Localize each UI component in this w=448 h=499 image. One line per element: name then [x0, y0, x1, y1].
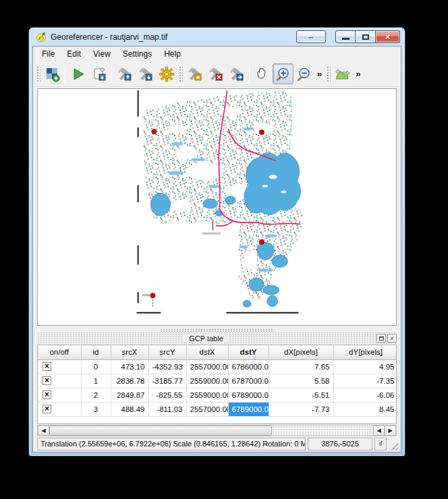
- start-georeferencing-button[interactable]: [67, 63, 88, 84]
- dock-close-icon[interactable]: ×: [387, 334, 397, 343]
- gcp-table-zone: on/offidsrcXsrcYdstXdstYdX[pixels]dY[pix…: [37, 345, 397, 424]
- dX-cell[interactable]: -7.73: [269, 402, 333, 416]
- srcX-cell[interactable]: 488.49: [111, 402, 148, 416]
- save-gcp-icon: [138, 66, 154, 82]
- map-canvas[interactable]: [37, 88, 397, 326]
- column-header-id[interactable]: id: [81, 345, 111, 359]
- dstY-cell[interactable]: 6789000.00: [228, 402, 269, 416]
- toolbar-handle[interactable]: [36, 65, 40, 83]
- gcp-row-3[interactable]: ×3488.49-811.032557000.006789000.00-7.73…: [38, 402, 397, 416]
- horizontal-scrollbar[interactable]: ◀ ◀ ▶: [37, 425, 397, 436]
- toolbar-overflow-button[interactable]: »: [353, 69, 363, 79]
- gcp-row-0[interactable]: ×0473.10-4352.932557000.006786000.007.65…: [38, 359, 397, 374]
- menu-file[interactable]: File: [36, 47, 61, 61]
- dock-float-icon[interactable]: [376, 334, 386, 343]
- load-gcp-icon: [117, 66, 133, 82]
- dstX-cell[interactable]: 2559000.00: [186, 388, 228, 402]
- dstX-cell[interactable]: 2559000.00: [186, 374, 228, 388]
- menu-help[interactable]: Help: [158, 47, 187, 61]
- window-title: Georeferencer - rautjarvi_map.tif: [51, 32, 296, 42]
- title-bar[interactable]: Georeferencer - rautjarvi_map.tif ⇔ ×: [32, 28, 401, 46]
- toolbar-handle[interactable]: [178, 65, 183, 83]
- gcp-marker[interactable]: [150, 293, 155, 298]
- toolbar-handle[interactable]: [326, 65, 331, 83]
- dstX-cell[interactable]: 2557000.00: [186, 359, 228, 374]
- add-point-button[interactable]: [184, 63, 205, 84]
- load-gcp-points-button[interactable]: [114, 63, 135, 84]
- toolbar-overflow-button[interactable]: »: [314, 69, 325, 79]
- dY-cell[interactable]: -6.06: [333, 388, 397, 402]
- onoff-cell[interactable]: ×: [38, 374, 81, 388]
- dX-cell[interactable]: 5.58: [269, 374, 333, 388]
- scrollbar-thumb[interactable]: [49, 425, 272, 436]
- gcp-row-2[interactable]: ×22849.87-825.552559000.006789000.00-5.5…: [38, 388, 397, 402]
- column-header-dXpixels[interactable]: dX[pixels]: [269, 345, 333, 359]
- resize-grip[interactable]: [389, 441, 398, 450]
- column-header-dstY[interactable]: dstY: [228, 345, 269, 359]
- column-header-dstX[interactable]: dstX: [186, 345, 228, 359]
- minimize-button[interactable]: [335, 30, 356, 43]
- raster-map-image: [38, 89, 396, 325]
- column-header-onoff[interactable]: on/off: [38, 345, 81, 359]
- gcp-table[interactable]: on/offidsrcXsrcYdstXdstYdX[pixels]dY[pix…: [38, 345, 397, 417]
- gcp-marker[interactable]: [259, 239, 264, 244]
- delete-point-button[interactable]: [205, 63, 226, 84]
- link-qgis-button[interactable]: [332, 63, 353, 84]
- gcp-checkbox[interactable]: ×: [43, 405, 51, 413]
- dY-cell[interactable]: 8.45: [333, 402, 397, 416]
- close-button[interactable]: ×: [376, 30, 400, 43]
- gcp-checkbox[interactable]: ×: [43, 390, 51, 399]
- dstY-cell[interactable]: 6787000.00: [228, 374, 269, 388]
- onoff-cell[interactable]: ×: [38, 359, 81, 374]
- zoom-out-button[interactable]: [293, 63, 314, 84]
- id-cell[interactable]: 0: [81, 359, 111, 374]
- id-cell[interactable]: 1: [81, 374, 111, 388]
- gcp-marker[interactable]: [152, 129, 157, 134]
- dX-cell[interactable]: 7.65: [269, 359, 333, 374]
- scroll-left-icon[interactable]: ◀: [373, 425, 385, 436]
- dY-cell[interactable]: -7.35: [333, 374, 397, 388]
- onoff-cell[interactable]: ×: [38, 388, 81, 402]
- column-header-srcX[interactable]: srcX: [111, 345, 148, 359]
- scroll-right-icon[interactable]: ▶: [385, 425, 396, 436]
- column-header-srcY[interactable]: srcY: [148, 345, 186, 359]
- srcX-cell[interactable]: 473.10: [111, 359, 148, 374]
- dY-cell[interactable]: 4.95: [333, 359, 397, 374]
- srcX-cell[interactable]: 2838.78: [111, 374, 148, 388]
- dstX-cell[interactable]: 2557000.00: [186, 402, 228, 416]
- gdal-script-button[interactable]: [88, 63, 109, 84]
- id-cell[interactable]: 3: [81, 402, 111, 416]
- srcY-cell[interactable]: -4352.93: [148, 359, 186, 374]
- gcp-checkbox[interactable]: ×: [43, 376, 51, 385]
- gcp-row-1[interactable]: ×12838.78-3185.772559000.006787000.005.5…: [38, 374, 397, 388]
- srcY-cell[interactable]: -3185.77: [148, 374, 186, 388]
- dock-float-button[interactable]: ⇔: [296, 30, 326, 43]
- gcp-marker[interactable]: [259, 129, 264, 134]
- move-point-button[interactable]: [226, 63, 247, 84]
- scrollbar-track[interactable]: [272, 425, 373, 436]
- dstY-cell[interactable]: 6789000.00: [228, 388, 269, 402]
- open-raster-button[interactable]: [42, 63, 63, 84]
- gcp-checkbox[interactable]: ×: [43, 362, 51, 371]
- scroll-left-icon[interactable]: ◀: [38, 425, 49, 436]
- onoff-cell[interactable]: ×: [38, 402, 81, 416]
- delete-point-icon: [208, 66, 224, 82]
- zoom-in-button[interactable]: [273, 63, 293, 84]
- transformation-settings-button[interactable]: [156, 63, 177, 84]
- gcp-dock-titlebar[interactable]: GCP table ×: [37, 332, 397, 344]
- dX-cell[interactable]: -5.51: [269, 388, 333, 402]
- id-cell[interactable]: 2: [81, 388, 111, 402]
- menu-view[interactable]: View: [87, 47, 117, 61]
- srcY-cell[interactable]: -825.55: [148, 388, 186, 402]
- srcY-cell[interactable]: -811.03: [148, 402, 186, 416]
- transform-status: Translation (2.55659e+06, 6.7922e+06) Sc…: [37, 438, 306, 450]
- srcX-cell[interactable]: 2849.87: [111, 388, 148, 402]
- dstY-cell[interactable]: 6786000.00: [228, 359, 269, 374]
- menu-edit[interactable]: Edit: [61, 47, 87, 61]
- pan-button[interactable]: [252, 63, 273, 84]
- menu-settings[interactable]: Settings: [117, 47, 158, 61]
- save-gcp-points-button[interactable]: [135, 63, 156, 84]
- column-header-dYpixels[interactable]: dY[pixels]: [333, 345, 397, 359]
- maximize-button[interactable]: [356, 30, 376, 43]
- dock-splitter[interactable]: [33, 327, 401, 332]
